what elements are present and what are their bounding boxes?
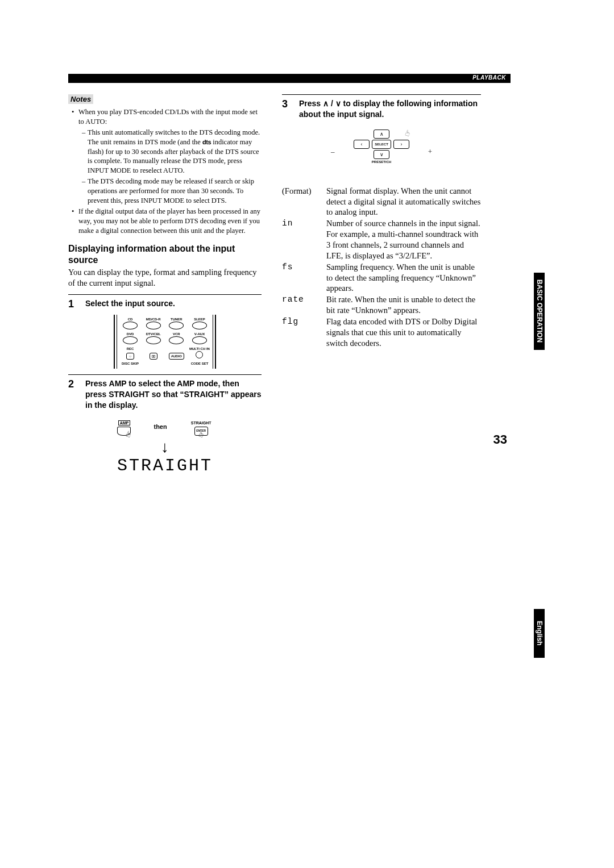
info-val-rate: Bit rate. When the unit is unable to det… [326, 294, 481, 316]
remote-key-label: DTV/CBL [143, 332, 164, 336]
remote-key-sleep [192, 322, 207, 329]
remote-key-label: VCR [165, 332, 187, 336]
amp-key-icon: AMP ☟ [117, 418, 131, 436]
step-text: Select the input source. [85, 298, 262, 310]
divider [282, 94, 481, 95]
dpad-up-key: ∧ [374, 130, 389, 139]
remote-key-label: SLEEP [189, 318, 210, 321]
remote-key-label [143, 347, 164, 350]
header-section-label: PLAYBACK [472, 74, 506, 81]
remote-illustration: CD MD/CD-R TUNER SLEEP DVD DTV/CBL VCR V… [114, 315, 216, 369]
remote-key-audio: AUDIO [169, 353, 184, 360]
dpad-plus-label: + [428, 147, 432, 156]
remote-key-pause: ▯▯ [150, 353, 157, 360]
remote-key-dtvcbl [146, 336, 161, 344]
then-label: then [154, 423, 167, 430]
notes-list: When you play DTS-encoded CD/LDs with th… [68, 107, 262, 235]
straight-key-label: STRAIGHT [190, 421, 213, 425]
page-number: 33 [493, 432, 507, 447]
dpad-right-key: › [393, 140, 409, 149]
note-text: If the digital output data of the player… [78, 207, 260, 235]
info-val-format: Signal format display. When the unit can… [326, 186, 481, 218]
header-bar: PLAYBACK [68, 74, 511, 83]
note-text: When you play DTS-encoded CD/LDs with th… [78, 108, 258, 126]
remote-key-label: MD/CD-R [143, 318, 164, 321]
signal-info-table: (Format) Signal format display. When the… [282, 186, 481, 349]
remote-key-multichin [196, 351, 203, 358]
note-sub-text-b: The DTS decoding mode may be released if… [88, 177, 254, 205]
dpad-down-key: ∨ [374, 150, 389, 159]
section-heading: Displaying information about the input s… [68, 243, 262, 266]
info-key-format: (Format) [282, 186, 326, 218]
note-item: If the digital output data of the player… [74, 207, 262, 236]
amp-then-straight-illustration: AMP ☟ then STRAIGHT ENTER ☟ [68, 418, 262, 436]
remote-key-tuner [169, 322, 184, 329]
divider [68, 294, 262, 295]
down-arrow-icon: ↓ [68, 439, 262, 455]
remote-key-label: REC [119, 347, 141, 350]
remote-key-label: TUNER [165, 318, 187, 321]
info-key-flg: flg [282, 316, 326, 349]
divider [68, 374, 262, 375]
dpad-bottom-label: PRESET/CH [350, 160, 413, 164]
straight-key-icon: STRAIGHT ENTER ☟ [190, 418, 213, 436]
step-number: 3 [282, 98, 291, 120]
remote-key-label: DVD [119, 332, 141, 336]
notes-title: Notes [68, 94, 93, 104]
info-val-flg: Flag data encoded with DTS or Dolby Digi… [326, 316, 481, 349]
remote-key-sublabel: CODE SET [189, 362, 210, 365]
dpad-left-key: ‹ [354, 140, 370, 149]
remote-key-sublabel: DISC SKIP [119, 362, 141, 365]
info-val-fs: Sampling frequency. When the unit is una… [326, 262, 481, 294]
note-sub-item: The DTS decoding mode may be released if… [82, 177, 262, 206]
info-key-rate: rate [282, 294, 326, 316]
step-number: 2 [68, 378, 77, 411]
remote-key-vaux [192, 336, 207, 344]
note-sub-item: This unit automatically switches to the … [82, 128, 262, 176]
dts-logo: dts [202, 139, 211, 145]
remote-key-dvd [123, 336, 138, 344]
info-key-fs: fs [282, 262, 326, 294]
step-text: Press ∧ / ∨ to display the following inf… [299, 98, 481, 120]
side-tab-basic-operation: BASIC OPERATION [534, 273, 545, 350]
remote-key-vcr [169, 336, 184, 344]
step-number: 1 [68, 298, 77, 310]
remote-key-label: MULTI CH IN [189, 347, 210, 350]
dpad-minus-label: – [331, 147, 335, 156]
note-item: When you play DTS-encoded CD/LDs with th… [74, 107, 262, 206]
display-readout: STRAIGHT [68, 456, 262, 475]
remote-key-label: V-AUX [189, 332, 210, 336]
dpad-select-key: SELECT [372, 140, 391, 149]
remote-key-label [165, 347, 187, 350]
info-key-in: in [282, 218, 326, 261]
side-tab-english: English [534, 609, 545, 658]
amp-key-label: AMP [118, 420, 131, 425]
dpad-illustration: – + ☟ ∧ ‹ SELECT › ∨ PRESET/CH [339, 126, 424, 177]
step-text: Press AMP to select the AMP mode, then p… [85, 378, 262, 411]
remote-key-label: CD [119, 318, 141, 321]
remote-key-rec: ○ [126, 353, 135, 360]
section-body: You can display the type, format and sam… [68, 267, 262, 289]
remote-key-cd [123, 322, 138, 329]
remote-key-mdcdr [146, 322, 161, 329]
info-val-in: Number of source channels in the input s… [326, 218, 481, 261]
